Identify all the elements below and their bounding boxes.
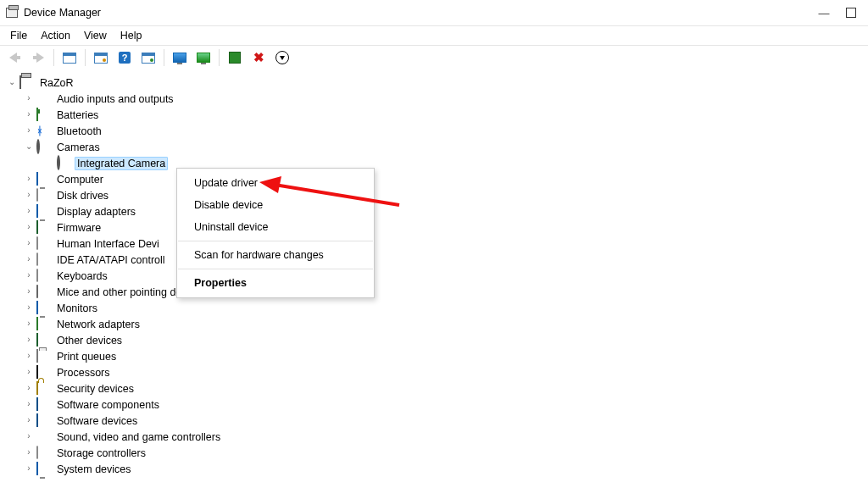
expand-icon[interactable]: › — [24, 254, 34, 264]
menu-view[interactable]: View — [77, 28, 114, 43]
expand-icon[interactable]: › — [24, 415, 34, 425]
expand-icon[interactable]: › — [24, 335, 34, 345]
toolbar-separator — [85, 49, 86, 66]
expand-icon[interactable]: › — [24, 399, 34, 409]
expand-icon[interactable]: › — [24, 286, 34, 297]
tree-node[interactable]: ›Print queues — [7, 348, 868, 364]
tree-node[interactable]: ›Keyboards — [7, 268, 868, 284]
tree-node-label: Security devices — [54, 382, 136, 396]
expand-icon[interactable]: › — [24, 190, 34, 200]
toolbar-separator — [53, 49, 54, 66]
expand-icon[interactable]: › — [24, 222, 34, 232]
tree-node[interactable]: ›Audio inputs and outputs — [7, 91, 868, 107]
expand-icon[interactable]: › — [24, 367, 34, 377]
tree-node-label: Network adapters — [54, 318, 142, 331]
expand-icon[interactable]: › — [24, 93, 34, 103]
tree-node[interactable]: ›IDE ATA/ATAPI controll — [7, 252, 868, 268]
expand-icon[interactable]: › — [24, 206, 34, 216]
tree-node[interactable]: ›Batteries — [7, 107, 868, 123]
cpu-icon — [36, 366, 50, 380]
titlebar: Device Manager — — [0, 0, 868, 26]
help-button[interactable]: ? — [114, 47, 136, 68]
tree-node-label: Other devices — [54, 334, 125, 347]
back-arrow-icon — [9, 53, 17, 63]
tree-node[interactable]: ›System devices — [7, 461, 868, 477]
tree-node[interactable]: ›Computer — [7, 171, 868, 187]
tree-node-label: Integrated Camera — [75, 157, 168, 170]
expand-icon[interactable]: › — [24, 383, 34, 393]
context-menu-item[interactable]: Update driver — [177, 172, 374, 194]
properties-button[interactable] — [90, 47, 112, 68]
tree-node-label: Human Interface Devi — [54, 237, 162, 251]
expand-icon[interactable]: › — [24, 174, 34, 184]
search-button[interactable] — [271, 47, 293, 68]
scan-hw-button[interactable] — [192, 47, 214, 68]
tree-node[interactable]: ›Display adapters — [7, 203, 868, 219]
tree-node[interactable]: ⌄Cameras — [7, 139, 868, 155]
help-icon: ? — [119, 52, 131, 64]
sw-icon — [36, 414, 50, 428]
tree-node[interactable]: ›Mice and other pointing devices — [7, 284, 868, 300]
tree-node[interactable]: ›Network adapters — [7, 316, 868, 332]
expand-icon[interactable]: › — [24, 319, 34, 329]
circle-down-icon — [275, 51, 289, 64]
properties-icon — [94, 53, 108, 64]
tree-node[interactable]: ›Firmware — [7, 219, 868, 236]
enable-icon — [229, 52, 241, 64]
collapse-icon[interactable]: ⌄ — [24, 141, 34, 152]
tree-node[interactable]: ›Integrated Camera — [7, 155, 868, 171]
minimize-button[interactable]: — — [812, 3, 836, 22]
update-driver-button[interactable] — [169, 47, 191, 68]
chip-icon — [36, 221, 50, 235]
menu-help[interactable]: Help — [114, 28, 149, 43]
expand-icon[interactable]: › — [24, 125, 34, 136]
collapse-icon[interactable]: ⌄ — [7, 77, 17, 87]
tree-node[interactable]: ›Processors — [7, 364, 868, 380]
sw-icon — [36, 398, 50, 412]
uninstall-device-button[interactable]: ✖ — [248, 47, 270, 68]
tree-node[interactable]: ›Other devices — [7, 332, 868, 348]
expand-icon[interactable]: › — [24, 302, 34, 313]
context-menu-item[interactable]: Scan for hardware changes — [177, 244, 374, 266]
tree-node[interactable]: ›ᚼBluetooth — [7, 123, 868, 139]
expand-icon[interactable]: › — [24, 463, 34, 474]
expand-icon[interactable]: › — [24, 238, 34, 248]
propsheet-button[interactable] — [137, 47, 159, 68]
menu-action[interactable]: Action — [34, 28, 77, 43]
drive-icon — [36, 446, 50, 460]
forward-button[interactable] — [27, 47, 49, 68]
tree-node[interactable]: ›Software devices — [7, 413, 868, 429]
mouse-icon — [36, 286, 50, 299]
tree-node-label: Display adapters — [54, 205, 138, 219]
tree-node[interactable]: ›Human Interface Devi — [7, 236, 868, 252]
bt-icon: ᚼ — [36, 125, 50, 138]
tree-node[interactable]: ›Monitors — [7, 300, 868, 316]
tree-node[interactable]: ›Software components — [7, 396, 868, 413]
expand-icon[interactable]: › — [24, 270, 34, 280]
tree-node[interactable]: ›Security devices — [7, 380, 868, 396]
toolbar-separator — [164, 49, 164, 66]
tree-node[interactable]: ⌄RaZoR — [7, 75, 868, 91]
device-tree[interactable]: ⌄RaZoR›Audio inputs and outputs›Batterie… — [0, 69, 868, 477]
tree-node-label: Computer — [54, 173, 106, 186]
menubar: File Action View Help — [0, 26, 868, 45]
drive-icon — [36, 253, 50, 267]
tree-node-label: Batteries — [54, 108, 101, 122]
show-hidden-button[interactable] — [58, 47, 81, 68]
tree-node[interactable]: ›Sound, video and game controllers — [7, 429, 868, 445]
context-menu-item[interactable]: Disable device — [177, 194, 374, 216]
net-icon — [36, 318, 50, 331]
context-menu-item[interactable]: Uninstall device — [177, 216, 374, 238]
expand-icon[interactable]: › — [24, 447, 34, 458]
expand-icon[interactable]: › — [24, 109, 34, 119]
enable-device-button[interactable] — [224, 47, 246, 68]
expand-icon[interactable]: › — [24, 431, 34, 441]
expand-icon[interactable]: › — [24, 351, 34, 361]
tree-node[interactable]: ›Storage controllers — [7, 445, 868, 461]
back-button[interactable] — [3, 47, 25, 68]
x-icon: ✖ — [253, 50, 264, 65]
tree-node[interactable]: ›Disk drives — [7, 187, 868, 203]
context-menu-item[interactable]: Properties — [177, 272, 374, 294]
menu-file[interactable]: File — [3, 28, 34, 43]
maximize-button[interactable] — [839, 3, 863, 22]
